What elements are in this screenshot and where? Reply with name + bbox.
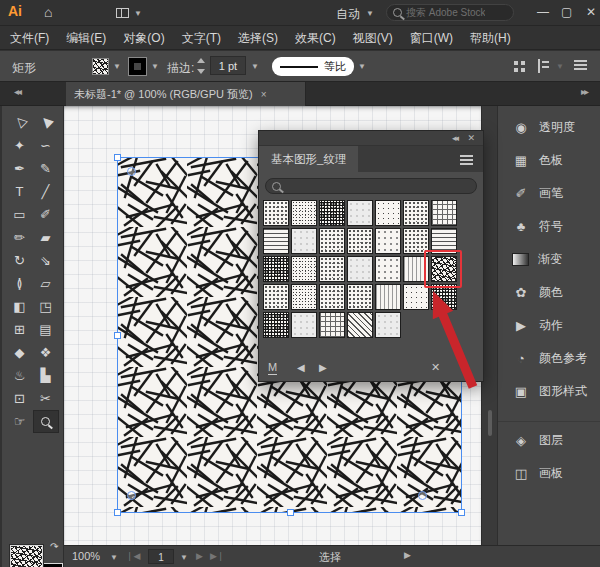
home-icon[interactable]: ⌂ <box>44 4 52 20</box>
tool-shape-builder[interactable]: ◧ <box>7 295 33 318</box>
tool-slice[interactable]: ✂ <box>33 387 59 410</box>
texture-swatch-23[interactable] <box>291 284 317 310</box>
tool-symbol-sprayer[interactable]: ♨ <box>7 364 33 387</box>
collapse-tools-icon[interactable]: ◂◂ <box>14 86 20 97</box>
document-tab[interactable]: 未标题-1* @ 100% (RGB/GPU 预览) × <box>66 82 306 106</box>
texture-swatch-30[interactable] <box>291 312 317 338</box>
texture-swatch-10[interactable] <box>319 228 345 254</box>
tool-direct-selection[interactable]: ▷ <box>7 111 33 134</box>
swatch-search-input[interactable] <box>265 178 477 194</box>
workspace-chevron-icon[interactable]: ▼ <box>366 9 374 18</box>
next-library-icon[interactable]: ▶ <box>319 362 327 373</box>
fill-proxy[interactable] <box>10 545 43 567</box>
texture-swatch-32[interactable] <box>347 312 373 338</box>
texture-swatch-9[interactable] <box>291 228 317 254</box>
texture-swatch-11[interactable] <box>347 228 373 254</box>
texture-swatch-15[interactable] <box>263 256 289 282</box>
panel-tab-layers[interactable]: ◈图层 <box>498 421 600 457</box>
tool-graph[interactable]: ▙ <box>33 364 59 387</box>
tool-type[interactable]: T <box>7 180 33 203</box>
texture-swatch-26[interactable] <box>375 284 401 310</box>
panel-tab-gradient[interactable]: 渐变 <box>498 243 600 276</box>
tool-mesh[interactable]: ⊞ <box>7 318 33 341</box>
tool-scale[interactable]: ⇘ <box>33 249 59 272</box>
artboard-number[interactable]: 1 <box>148 549 174 564</box>
texture-swatch-17[interactable] <box>319 256 345 282</box>
zoom-level[interactable]: 100% <box>72 550 100 562</box>
menu-item-0[interactable]: 文件(F) <box>10 30 49 47</box>
prev-library-icon[interactable]: ◀ <box>297 362 305 373</box>
texture-swatch-5[interactable] <box>375 200 401 226</box>
panel-tab-symbols[interactable]: ♣符号 <box>498 210 600 243</box>
texture-swatch-22[interactable] <box>263 284 289 310</box>
panel-menu-icon[interactable] <box>460 155 473 157</box>
variable-width-profile[interactable]: 等比 <box>272 57 354 76</box>
texture-swatch-4[interactable] <box>347 200 373 226</box>
stroke-swatch[interactable] <box>129 58 146 75</box>
stroke-weight-chevron-icon[interactable]: ▼ <box>251 62 259 71</box>
texture-swatch-12[interactable] <box>375 228 401 254</box>
texture-swatch-8[interactable] <box>263 228 289 254</box>
texture-swatch-2[interactable] <box>291 200 317 226</box>
tool-rectangle[interactable]: ▭ <box>7 203 33 226</box>
arrange-documents-icon[interactable] <box>116 8 129 18</box>
fill-chevron-icon[interactable]: ▼ <box>113 62 121 71</box>
stroke-chevron-icon[interactable]: ▼ <box>151 62 159 71</box>
menu-item-2[interactable]: 对象(O) <box>123 30 164 47</box>
texture-swatch-24[interactable] <box>319 284 345 310</box>
expand-dock-icon[interactable]: ▸▸ <box>581 86 587 97</box>
tool-artboard[interactable]: ⊡ <box>7 387 33 410</box>
panel-tab-color-guide[interactable]: ◔颜色参考 <box>498 342 600 375</box>
tool-rotate[interactable]: ↻ <box>7 249 33 272</box>
texture-swatch-29[interactable] <box>263 312 289 338</box>
snap-to-pixel-icon[interactable] <box>538 59 548 73</box>
workspace-switcher[interactable]: 自动 <box>336 6 360 23</box>
status-menu-icon[interactable]: ▶ <box>404 550 411 560</box>
menu-item-6[interactable]: 视图(V) <box>353 30 393 47</box>
maximize-button[interactable]: ▢ <box>561 5 572 19</box>
tool-blend[interactable]: ❖ <box>33 341 59 364</box>
texture-swatch-18[interactable] <box>347 256 373 282</box>
panel-header[interactable]: ◂◂ ✕ <box>259 131 483 146</box>
swatch-libraries-icon[interactable]: M <box>268 361 277 375</box>
tab-close-icon[interactable]: × <box>261 89 267 100</box>
tool-pen[interactable]: ✒ <box>7 157 33 180</box>
tool-hand[interactable]: ☞ <box>7 410 33 433</box>
arrange-chevron-icon[interactable]: ▼ <box>134 9 142 18</box>
stroke-stepper[interactable] <box>197 58 206 74</box>
tool-width[interactable]: ≬ <box>7 272 33 295</box>
control-panel-menu-icon[interactable] <box>574 60 587 62</box>
profile-chevron-icon[interactable]: ▼ <box>358 62 366 71</box>
artboard-chevron-icon[interactable]: ▼ <box>180 553 188 562</box>
align-icon[interactable] <box>514 61 518 65</box>
texture-swatch-1[interactable] <box>263 200 289 226</box>
stock-search-input[interactable]: 搜索 Adobe Stock <box>386 4 514 21</box>
tool-gradient[interactable]: ▤ <box>33 318 59 341</box>
menu-item-5[interactable]: 效果(C) <box>295 30 336 47</box>
close-button[interactable]: ✕ <box>586 5 596 19</box>
tool-perspective-grid[interactable]: ◳ <box>33 295 59 318</box>
tool-curvature[interactable]: ✎ <box>33 157 59 180</box>
texture-swatch-7[interactable] <box>431 200 457 226</box>
divider-grip[interactable] <box>488 410 492 436</box>
tool-eraser[interactable]: ▰ <box>33 226 59 249</box>
menu-item-4[interactable]: 选择(S) <box>238 30 278 47</box>
tool-selection[interactable]: ▶ <box>33 111 59 134</box>
texture-swatch-31[interactable] <box>319 312 345 338</box>
tool-magic-wand[interactable]: ✦ <box>7 134 33 157</box>
panel-tab-actions[interactable]: ▶动作 <box>498 309 600 342</box>
tool-free-transform[interactable]: ▱ <box>33 272 59 295</box>
texture-swatch-19[interactable] <box>375 256 401 282</box>
stroke-weight-value[interactable]: 1 pt <box>210 56 246 75</box>
minimize-button[interactable]: — <box>537 5 549 19</box>
tool-lasso[interactable]: ∽ <box>33 134 59 157</box>
menu-item-8[interactable]: 帮助(H) <box>470 30 511 47</box>
texture-swatch-3[interactable] <box>319 200 345 226</box>
menu-item-7[interactable]: 窗口(W) <box>410 30 453 47</box>
texture-swatch-16[interactable] <box>291 256 317 282</box>
panel-collapse-icon[interactable]: ◂◂ <box>452 133 457 143</box>
texture-swatch-25[interactable] <box>347 284 373 310</box>
panel-tab-transparency[interactable]: ◉透明度 <box>498 111 600 144</box>
tool-zoom[interactable] <box>33 410 59 433</box>
fill-swatch[interactable] <box>92 58 109 75</box>
